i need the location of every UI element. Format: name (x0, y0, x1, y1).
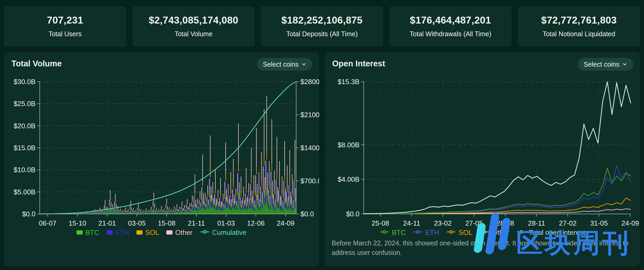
svg-text:31-05: 31-05 (590, 219, 608, 227)
legend-item-total-open-interest[interactable]: Total open interest (517, 228, 585, 237)
stat-card-total-users: 707,231 Total Users (4, 6, 126, 47)
svg-text:$5.00B: $5.00B (14, 188, 35, 196)
stat-value: 707,231 (47, 15, 83, 26)
legend-item-btc[interactable]: BTC (380, 228, 406, 237)
svg-text:$2800.0B: $2800.0B (300, 78, 319, 86)
stat-label: Total Deposits (All Time) (286, 30, 358, 38)
svg-text:24-09: 24-09 (277, 219, 295, 227)
legend-label: Other (492, 228, 509, 237)
svg-text:$20.0B: $20.0B (14, 122, 35, 130)
svg-text:03-05: 03-05 (128, 219, 146, 227)
svg-text:$700.0B: $700.0B (300, 177, 319, 185)
stat-card-total-withdrawals: $176,464,487,201 Total Withdrawals (All … (389, 6, 512, 47)
other-line-icon (480, 230, 489, 235)
svg-text:27-02: 27-02 (559, 219, 577, 227)
legend-item-other[interactable]: Other (166, 228, 192, 237)
legend-label: ETH (115, 228, 129, 237)
svg-text:$0.0: $0.0 (346, 210, 359, 218)
legend-item-sol[interactable]: SOL (136, 228, 159, 237)
legend-label: Total open interest (529, 228, 585, 237)
legend-label: SOL (145, 228, 159, 237)
volume-legend: BTC ETH SOL Other Cumulative (4, 227, 319, 238)
legend-item-other[interactable]: Other (480, 228, 509, 237)
svg-text:24-11: 24-11 (403, 219, 420, 227)
cumulative-line-icon (200, 230, 210, 235)
svg-text:$15.3B: $15.3B (338, 78, 359, 86)
svg-text:15-08: 15-08 (158, 219, 176, 227)
btc-line-icon (380, 230, 389, 235)
svg-text:$4.00B: $4.00B (338, 175, 359, 183)
open-interest-panel: Open Interest Select coins $15.3B$8.00B$… (325, 52, 640, 267)
open-interest-note: Before March 22, 2024, this showed one-s… (332, 238, 634, 258)
stat-label: Total Volume (175, 30, 212, 38)
total-volume-panel: Total Volume Select coins $30.0B$25.0B$2… (4, 52, 319, 267)
stat-label: Total Users (48, 30, 82, 38)
svg-text:25-08: 25-08 (372, 219, 389, 227)
legend-label: SOL (459, 228, 472, 237)
stat-value: $176,464,487,201 (410, 15, 491, 26)
stat-card-total-volume: $2,743,085,174,080 Total Volume (132, 6, 255, 47)
svg-text:27-05: 27-05 (465, 219, 483, 227)
stat-card-total-deposits: $182,252,106,875 Total Deposits (All Tim… (261, 6, 383, 47)
svg-text:$25.0B: $25.0B (14, 100, 35, 108)
sol-line-icon (446, 230, 456, 235)
svg-text:24-09: 24-09 (621, 219, 639, 227)
svg-text:15-10: 15-10 (69, 219, 86, 227)
oi-legend: BTC ETH SOL Other Total open interest (325, 227, 640, 238)
stat-value: $2,743,085,174,080 (149, 15, 238, 26)
legend-label: BTC (392, 228, 406, 237)
btc-swatch-icon (77, 230, 83, 235)
eth-line-icon (413, 230, 423, 235)
svg-text:12-06: 12-06 (247, 219, 265, 227)
svg-text:$0.0: $0.0 (300, 210, 314, 218)
svg-text:21-01: 21-01 (98, 219, 116, 227)
legend-item-btc[interactable]: BTC (77, 228, 99, 237)
other-swatch-icon (166, 230, 172, 235)
svg-text:21-11: 21-11 (188, 219, 205, 227)
svg-text:28-08: 28-08 (496, 219, 514, 227)
stat-value: $182,252,106,875 (281, 15, 362, 26)
total-open-interest-line-icon (517, 230, 526, 235)
sol-swatch-icon (136, 230, 143, 235)
eth-swatch-icon (106, 230, 113, 235)
stat-card-total-liquidated: $72,772,761,803 Total Notional Liquidate… (518, 6, 640, 47)
svg-text:$8.00B: $8.00B (338, 141, 359, 149)
legend-label: Other (175, 228, 192, 237)
legend-item-sol[interactable]: SOL (446, 228, 472, 237)
legend-label: ETH (425, 228, 439, 237)
legend-item-eth[interactable]: ETH (106, 228, 129, 237)
svg-text:01-03: 01-03 (217, 219, 235, 227)
svg-text:$0.0: $0.0 (22, 210, 35, 218)
svg-text:23-02: 23-02 (434, 219, 452, 227)
svg-text:$10.0B: $10.0B (14, 166, 35, 174)
stat-label: Total Withdrawals (All Time) (410, 30, 491, 38)
svg-text:$15.0B: $15.0B (14, 144, 35, 152)
svg-text:$30.0B: $30.0B (14, 78, 35, 86)
svg-text:$2100.0B: $2100.0B (300, 111, 319, 119)
stats-row: 707,231 Total Users $2,743,085,174,080 T… (4, 6, 640, 47)
legend-label: BTC (85, 228, 99, 237)
legend-label: Cumulative (212, 228, 247, 237)
stat-value: $72,772,761,803 (541, 15, 617, 26)
legend-item-eth[interactable]: ETH (413, 228, 439, 237)
svg-text:$1400.0B: $1400.0B (300, 144, 319, 152)
stat-label: Total Notional Liquidated (543, 30, 615, 38)
svg-text:28-11: 28-11 (528, 219, 545, 227)
svg-text:06-07: 06-07 (39, 219, 57, 227)
legend-item-cumulative[interactable]: Cumulative (200, 228, 247, 237)
